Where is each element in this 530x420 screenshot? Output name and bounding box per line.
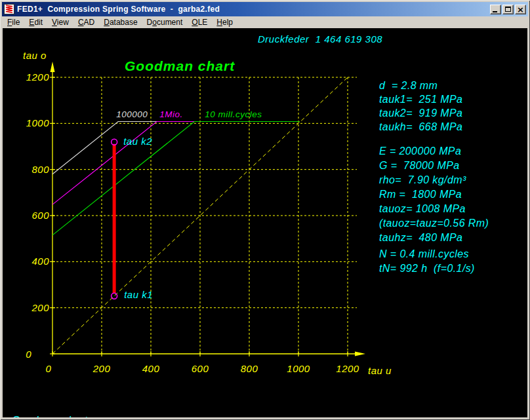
annotation-line: taukh= 668 MPa [379,121,462,135]
x-tick-label: 800 [241,363,258,374]
x-axis-label: tau u [368,365,392,376]
annotation-line: d = 2.8 mm [379,80,462,94]
menu-item-ole[interactable]: OLE [187,16,212,28]
menu-item-database[interactable]: Database [99,16,142,28]
maximize-icon [505,7,511,12]
material-data-block: E = 200000 MPaG = 78000 MParho= 7.90 kg/… [379,145,489,246]
menubar: FileEditViewCADDatabaseDocumentOLEHelp [2,16,528,28]
annotation-line: rho= 7.90 kg/dm³ [379,174,489,189]
annotation-line: Rm = 1800 MPa [379,189,489,203]
y-tick-label: 1200 [26,71,50,83]
minimize-icon [493,11,497,12]
annotation-line: tauhz= 480 MPa [379,232,489,246]
footer-text: Goodman chart EN 10270-3-1.4568 (DIN 172… [12,386,272,417]
tau-k1-marker [112,293,117,299]
y-axis-arrow [51,62,55,72]
app-window: FED1+ Compression Spring Software - garb… [0,0,530,420]
series-label: 10 mill.cycles [205,109,262,119]
y-tick-label: 0 [26,349,31,360]
annotation-line: tauk1= 251 MPa [379,94,462,107]
series-line [52,122,300,235]
annotation-line: tauoz= 1008 MPa [379,203,489,218]
annotation-line: N = 0.4 mill.cycles [379,248,475,263]
x-tick-label: 400 [142,363,160,374]
drawing-subtitle: Druckfeder 1 464 619 308 [258,33,382,45]
y-tick-label: 1000 [26,117,50,128]
annotation-line: (tauoz=tauz=0.56 Rm) [379,218,489,232]
annotation-line: tauk2= 919 MPa [379,107,462,121]
x-tick-label: 1000 [287,363,310,374]
close-button[interactable]: × [515,5,526,14]
menu-item-help[interactable]: Help [212,16,237,28]
menu-item-document[interactable]: Document [142,16,188,28]
menu-item-cad[interactable]: CAD [73,16,99,28]
chart-canvas: 0200400600800100012000200400600800100012… [3,28,527,417]
x-tick-label: 1200 [336,363,359,374]
footer-chart-name: Goodman chart [12,413,272,417]
spring-icon [4,4,14,14]
y-tick-label: 800 [31,164,49,175]
series-line [52,122,300,205]
x-tick-label: 0 [46,363,52,374]
annotation-line: E = 200000 MPa [379,145,489,160]
minimize-button[interactable] [490,5,501,14]
x-tick-label: 600 [192,363,209,374]
series-line [52,122,300,174]
tau-k1-label: tau k1 [124,289,153,300]
y-axis-label: tau o [23,50,47,61]
chart-title: Goodman chart [125,58,235,73]
tau-k2-label: tau k2 [123,136,152,147]
x-tick-label: 200 [92,363,111,374]
y-tick-label: 600 [31,210,49,221]
close-icon: × [517,6,524,13]
spring-data-block: d = 2.8 mmtauk1= 251 MPatauk2= 919 MPata… [379,80,462,135]
maximize-button[interactable] [502,5,514,14]
annotation-line: tN= 992 h (f=0.1/s) [379,263,475,277]
menu-item-view[interactable]: View [47,16,73,28]
titlebar: FED1+ Compression Spring Software - garb… [2,2,528,16]
y-tick-label: 400 [31,256,49,267]
menu-item-edit[interactable]: Edit [24,16,47,28]
x-axis-arrow [355,352,365,356]
series-label: 1Mio. [159,109,183,119]
cycles-data-block: N = 0.4 mill.cyclestN= 992 h (f=0.1/s) [379,248,475,277]
annotation-line: G = 78000 MPa [379,160,489,174]
menu-item-file[interactable]: File [3,16,24,28]
y-tick-label: 200 [31,302,49,313]
series-label: 100000 [116,109,148,119]
window-title: FED1+ Compression Spring Software - garb… [17,5,490,14]
